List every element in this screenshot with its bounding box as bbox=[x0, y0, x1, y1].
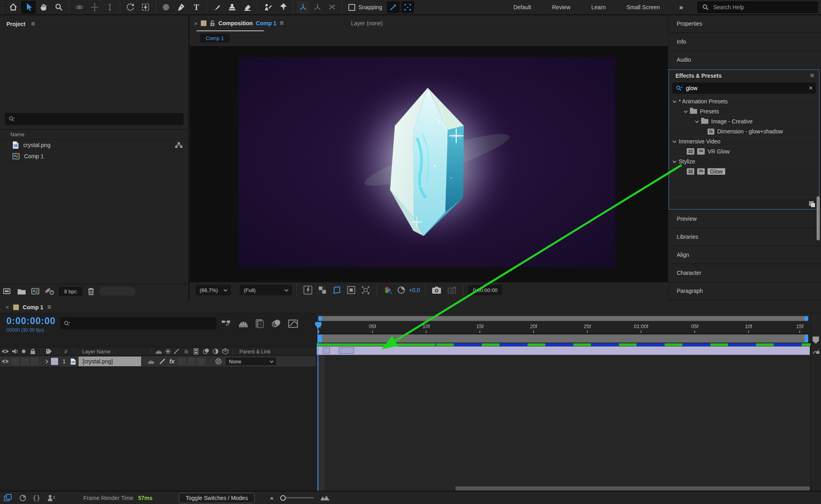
layer-frame-blend-cell[interactable] bbox=[178, 358, 186, 365]
new-folder-icon[interactable] bbox=[17, 287, 26, 295]
panel-tab-paragraph[interactable]: Paragraph bbox=[669, 282, 821, 299]
brush-tool[interactable] bbox=[210, 1, 224, 14]
audio-column-icon[interactable] bbox=[10, 349, 19, 354]
help-search-input[interactable] bbox=[713, 4, 801, 10]
timeline-tab-label[interactable]: Comp 1 bbox=[23, 304, 43, 310]
orbit-camera-tool[interactable] bbox=[72, 1, 87, 14]
current-time-display[interactable]: 0:00:00:00 bbox=[6, 316, 56, 327]
layer-adjustment-cell[interactable] bbox=[197, 358, 205, 365]
project-item-crystal[interactable]: crystal.png bbox=[0, 139, 188, 151]
label-column-icon[interactable] bbox=[43, 348, 55, 355]
transparency-grid-icon[interactable] bbox=[316, 286, 328, 294]
work-area-bar[interactable] bbox=[318, 335, 808, 343]
effects-search[interactable]: × bbox=[672, 83, 816, 94]
tree-item-dimension-glow-shadow[interactable]: fx Dimension - glow+shadow bbox=[669, 126, 819, 136]
close-tab-icon[interactable]: × bbox=[6, 304, 9, 310]
layer-label-swatch[interactable] bbox=[51, 358, 58, 365]
project-name-column-header[interactable]: Name bbox=[10, 131, 24, 137]
tree-item-presets[interactable]: Presets bbox=[669, 106, 819, 116]
quality-column-icon[interactable] bbox=[172, 348, 181, 355]
zoom-tool[interactable] bbox=[52, 1, 66, 14]
layer-shy-icon[interactable] bbox=[144, 359, 158, 364]
pick-whip-icon[interactable] bbox=[212, 358, 225, 365]
fx-column-header[interactable]: fx bbox=[181, 349, 192, 355]
layer-expander-icon[interactable] bbox=[44, 359, 49, 363]
graph-editor-icon[interactable] bbox=[288, 319, 298, 329]
project-panel-menu-icon[interactable]: ≡ bbox=[31, 20, 35, 28]
timeline-top-scrollbar[interactable] bbox=[318, 316, 808, 321]
composition-tab-label[interactable]: Composition bbox=[218, 20, 253, 26]
layer-segment-box[interactable] bbox=[339, 347, 354, 354]
zoom-in-mountain-icon[interactable] bbox=[320, 495, 330, 501]
time-ruler[interactable]: 0f 05f 10f 15f 20f 25f 01:00f 05f 10f 15… bbox=[317, 322, 811, 334]
panel-tab-info[interactable]: Info bbox=[669, 33, 821, 50]
close-tab-icon[interactable]: × bbox=[194, 20, 198, 27]
collapse-column-icon[interactable] bbox=[164, 348, 172, 355]
region-of-interest-icon[interactable] bbox=[360, 286, 372, 294]
exposure-value[interactable]: +0,0 bbox=[409, 287, 420, 293]
help-search[interactable] bbox=[698, 2, 818, 13]
panel-tab-audio[interactable]: Audio bbox=[669, 51, 821, 68]
project-search-input[interactable] bbox=[18, 116, 180, 122]
panel-tab-align[interactable]: Align bbox=[669, 246, 821, 263]
panel-tab-properties[interactable]: Properties bbox=[669, 15, 821, 32]
audio-video-preview-icon[interactable] bbox=[43, 494, 59, 502]
guides-icon[interactable] bbox=[345, 286, 357, 294]
dolly-camera-tool[interactable] bbox=[103, 1, 117, 14]
tree-item-glow[interactable]: 32 Glow bbox=[669, 166, 819, 176]
timeline-bottom-scrollbar[interactable] bbox=[455, 486, 810, 490]
threed-column-icon[interactable] bbox=[220, 348, 230, 355]
adjustment-column-icon[interactable] bbox=[211, 348, 220, 355]
timeline-panel-menu-icon[interactable]: ≡ bbox=[47, 303, 51, 311]
effects-search-input[interactable] bbox=[686, 85, 807, 91]
shy-column-icon[interactable] bbox=[154, 349, 164, 354]
tree-item-animation-presets[interactable]: * Animation Presets bbox=[669, 96, 819, 106]
type-tool[interactable]: T bbox=[189, 1, 204, 14]
comp-marker-bin-icon[interactable] bbox=[813, 337, 819, 344]
mask-visibility-icon[interactable] bbox=[331, 286, 343, 294]
new-panel-icon[interactable] bbox=[808, 200, 816, 208]
chevron-down-icon[interactable] bbox=[673, 159, 677, 163]
eraser-tool[interactable] bbox=[240, 1, 255, 14]
toolbar-grip[interactable] bbox=[0, 0, 6, 14]
timeline-zoom-knob[interactable] bbox=[280, 495, 286, 501]
chevron-down-icon[interactable] bbox=[673, 99, 677, 103]
shy-master-icon[interactable] bbox=[238, 319, 249, 328]
panel-tab-libraries[interactable]: Libraries bbox=[669, 228, 821, 245]
snap-bounds-button[interactable] bbox=[401, 1, 414, 13]
pan-behind-tool[interactable] bbox=[138, 1, 153, 14]
layer-fx-badge[interactable]: fx bbox=[167, 358, 177, 365]
layer-duration-bar[interactable] bbox=[317, 347, 810, 355]
show-snapshot-icon[interactable] bbox=[445, 286, 458, 294]
rotation-tool[interactable] bbox=[123, 1, 138, 14]
parent-link-column-header[interactable]: Parent & Link bbox=[235, 349, 271, 355]
layer-solo-cell[interactable] bbox=[21, 358, 29, 365]
index-column-header[interactable]: # bbox=[60, 349, 71, 355]
chevron-down-icon[interactable] bbox=[673, 139, 677, 143]
zoom-out-mountain-icon[interactable] bbox=[270, 496, 274, 499]
shape-tool[interactable] bbox=[159, 1, 173, 14]
chevron-down-icon[interactable] bbox=[684, 109, 688, 113]
composition-tab-comp-name[interactable]: Comp 1 bbox=[256, 20, 276, 26]
composition-mini-flowchart-icon[interactable] bbox=[221, 319, 232, 328]
playhead-line[interactable] bbox=[317, 322, 318, 491]
interpret-footage-icon[interactable] bbox=[3, 287, 13, 295]
layer-tab[interactable]: Layer (none) bbox=[351, 20, 383, 26]
comp-subtab[interactable]: Comp 1 bbox=[200, 34, 230, 42]
timeline-search-input[interactable] bbox=[73, 320, 213, 327]
composition-panel-menu-icon[interactable]: ≡ bbox=[280, 19, 284, 27]
layer-motion-blur-cell[interactable] bbox=[188, 358, 196, 365]
tree-item-vr-glow[interactable]: 32 VR Glow bbox=[669, 146, 819, 156]
toggle-switches-modes-button[interactable]: Toggle Switches / Modes bbox=[179, 493, 255, 503]
new-composition-icon[interactable] bbox=[30, 287, 40, 295]
project-search[interactable] bbox=[5, 113, 184, 125]
pan-camera-tool[interactable] bbox=[87, 1, 102, 14]
selection-tool[interactable] bbox=[21, 1, 36, 14]
workspace-tab-review[interactable]: Review bbox=[542, 4, 581, 10]
motion-blur-master-icon[interactable] bbox=[271, 319, 281, 328]
clear-search-icon[interactable]: × bbox=[809, 85, 813, 92]
project-item-comp1[interactable]: Comp 1 bbox=[0, 151, 188, 162]
layer-name[interactable]: [crystal.png] bbox=[79, 357, 141, 366]
home-tool[interactable] bbox=[6, 1, 20, 14]
timeline-search[interactable] bbox=[60, 317, 216, 329]
